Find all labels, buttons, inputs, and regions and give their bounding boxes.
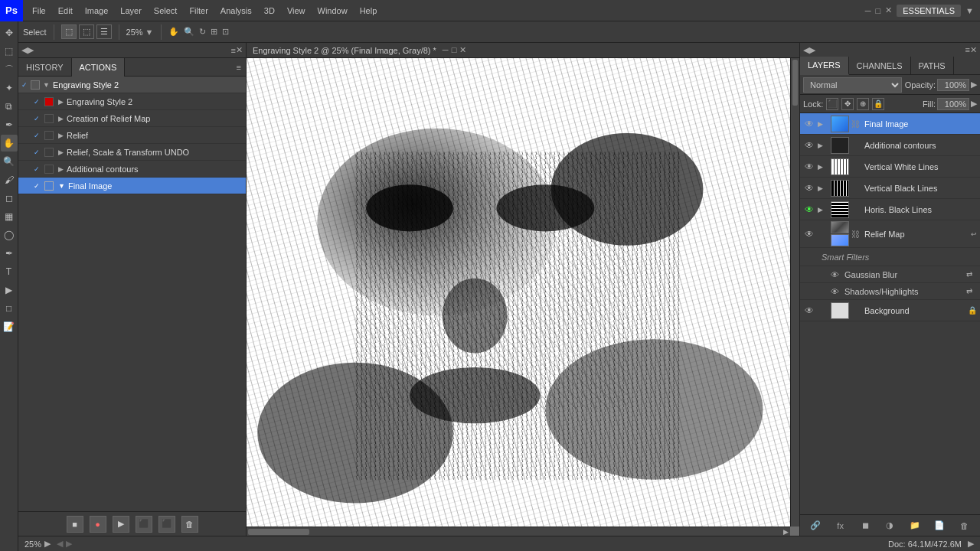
new-layer-btn[interactable]: 📄 [932, 518, 947, 533]
action-expand-1[interactable]: ▶ [58, 98, 64, 106]
panel-expand[interactable]: ▶ [28, 45, 34, 55]
tab-layers[interactable]: LAYERS [800, 57, 849, 75]
action-expand-4[interactable]: ▶ [58, 148, 64, 156]
layer-eye-relief[interactable]: 👁 [803, 228, 815, 240]
layer-eye-bg[interactable]: 👁 [803, 305, 815, 317]
layer-vertical-white-lines[interactable]: 👁 ▶ Vertical White Lines [800, 156, 980, 178]
layer-eye-vbl[interactable]: 👁 [803, 182, 815, 194]
action-engraving-style-2[interactable]: ✓ ▶ Engraving Style 2 [18, 93, 246, 110]
menu-analysis[interactable]: Analysis [214, 0, 258, 21]
mode-icon-2[interactable]: ⬚ [79, 24, 94, 39]
layer-eye-contours[interactable]: 👁 [803, 139, 815, 152]
menu-3d[interactable]: 3D [258, 0, 281, 21]
canvas-image[interactable] [247, 58, 790, 527]
new-group-btn[interactable]: 📁 [907, 518, 923, 533]
layer-expand-hbl[interactable]: ▶ [818, 206, 828, 214]
add-mask-btn[interactable]: ◼ [858, 518, 873, 533]
filter-gaussian-blur[interactable]: 👁 Gaussian Blur ⇄ [800, 266, 980, 283]
eraser-tool[interactable]: ◻ [1, 190, 18, 207]
layer-eye-vwl[interactable]: 👁 [803, 161, 815, 173]
action-expand-2[interactable]: ▶ [58, 115, 64, 122]
lock-all-btn[interactable]: 🔒 [872, 98, 884, 110]
layer-eye-hbl[interactable]: 👁 [803, 204, 815, 216]
panel-close-btn[interactable]: ✕ [970, 45, 977, 55]
horizontal-scrollbar[interactable]: ▶ [247, 527, 790, 536]
stop-button[interactable]: ■ [67, 516, 83, 533]
layer-additional-contours[interactable]: 👁 ▶ Additional contours [800, 135, 980, 156]
grid-icon[interactable]: ⊞ [211, 27, 217, 37]
opacity-input[interactable] [937, 79, 969, 91]
status-arrow[interactable]: ▶ [968, 539, 974, 549]
layer-expand-vbl[interactable]: ▶ [818, 184, 828, 192]
menu-edit[interactable]: Edit [52, 0, 79, 21]
fill-arrow[interactable]: ▶ [971, 99, 977, 109]
canvas-close[interactable]: ✕ [459, 45, 466, 55]
blend-mode-select[interactable]: Normal [803, 77, 902, 93]
action-creation-relief[interactable]: ✓ ▶ Creation of Relief Map [18, 110, 246, 127]
new-action-button[interactable]: ⬛ [136, 516, 152, 533]
lock-artboard-btn[interactable]: ⊕ [857, 98, 869, 110]
window-close[interactable]: ✕ [885, 5, 892, 15]
menu-select[interactable]: Select [148, 0, 184, 21]
zoom-arrow[interactable]: ▼ [145, 28, 154, 37]
new-set-button[interactable]: ⬛ [158, 516, 175, 533]
canvas-content[interactable]: ▶ [247, 58, 799, 536]
action-expand-6[interactable]: ▼ [58, 182, 65, 190]
menu-window[interactable]: Window [312, 0, 354, 21]
filter-shadows-highlights[interactable]: 👁 Shadows/Highlights ⇄ [800, 283, 980, 300]
pen-tool[interactable]: ✒ [1, 245, 18, 262]
layer-background[interactable]: 👁 Background 🔒 [800, 300, 980, 321]
notes-tool[interactable]: 📝 [1, 318, 18, 335]
horizontal-scroll-thumb[interactable] [248, 529, 309, 535]
brush-tool[interactable]: 🖌 [1, 171, 18, 188]
action-group-engraving[interactable]: ✓ ▼ Engraving Style 2 [18, 77, 246, 93]
panel-close[interactable]: ✕ [236, 45, 243, 55]
tab-paths[interactable]: PATHS [911, 57, 954, 75]
action-final-image[interactable]: ✓ ▼ Final Image [18, 178, 246, 194]
hand-tool[interactable]: ✋ [1, 135, 18, 152]
eyedropper-tool[interactable]: ✒ [1, 116, 18, 133]
canvas-maximize[interactable]: □ [452, 45, 457, 55]
essentials-button[interactable]: ESSENTIALS [897, 5, 961, 17]
panel-collapse[interactable]: ◀ [21, 45, 28, 55]
menu-layer[interactable]: Layer [114, 0, 148, 21]
filter-eye-gaussian[interactable]: 👁 [831, 270, 841, 279]
delete-button[interactable]: 🗑 [181, 516, 198, 533]
menu-filter[interactable]: Filter [183, 0, 214, 21]
action-expand-3[interactable]: ▶ [58, 132, 64, 139]
action-expand-5[interactable]: ▶ [58, 165, 64, 173]
layer-vertical-black-lines[interactable]: 👁 ▶ Vertical Black Lines [800, 178, 980, 199]
scroll-right-btn[interactable]: ▶ [783, 528, 789, 536]
mode-icon-3[interactable]: ☰ [96, 24, 112, 39]
dodge-tool[interactable]: ◯ [1, 227, 18, 243]
collapse-btn[interactable]: ◀▶ [803, 45, 815, 55]
menu-help[interactable]: Help [354, 0, 384, 21]
filter-eye-shadows[interactable]: 👁 [831, 287, 841, 296]
tab-actions[interactable]: ACTIONS [72, 58, 126, 77]
zoom-tool[interactable]: 🔍 [1, 153, 18, 170]
play-button[interactable]: ▶ [113, 516, 129, 533]
move-tool[interactable]: ✥ [1, 24, 18, 41]
layer-relief-map[interactable]: 👁 ⛓ Relief Map ↩ [800, 220, 980, 248]
mask-icon[interactable]: ⊡ [222, 27, 229, 37]
layer-eye-final[interactable]: 👁 [803, 118, 815, 130]
type-tool[interactable]: T [1, 263, 18, 280]
menu-image[interactable]: Image [79, 0, 115, 21]
action-relief-scale[interactable]: ✓ ▶ Relief, Scale & Transform UNDO [18, 144, 246, 161]
window-minimize[interactable]: ─ [865, 6, 871, 15]
tab-channels[interactable]: CHANNELS [849, 57, 911, 75]
scroll-right-status-btn[interactable]: ▶ [66, 539, 72, 549]
scroll-left-btn[interactable]: ◀ [57, 539, 63, 549]
menu-file[interactable]: File [26, 0, 52, 21]
panel-options-btn[interactable]: ≡ [232, 58, 246, 76]
action-additional-contours[interactable]: ✓ ▶ Additional contours [18, 161, 246, 178]
zoom-control[interactable]: 25% ▼ [126, 28, 154, 37]
record-button[interactable]: ● [90, 516, 106, 533]
lasso-tool[interactable]: ⌒ [1, 61, 18, 78]
window-maximize[interactable]: □ [876, 6, 881, 15]
layer-expand-contours[interactable]: ▶ [818, 142, 828, 149]
menu-view[interactable]: View [281, 0, 312, 21]
zoom-arrow-status[interactable]: ▶ [44, 539, 51, 549]
path-select-tool[interactable]: ▶ [1, 282, 18, 298]
filter-adj-shadows[interactable]: ⇄ [966, 287, 977, 295]
